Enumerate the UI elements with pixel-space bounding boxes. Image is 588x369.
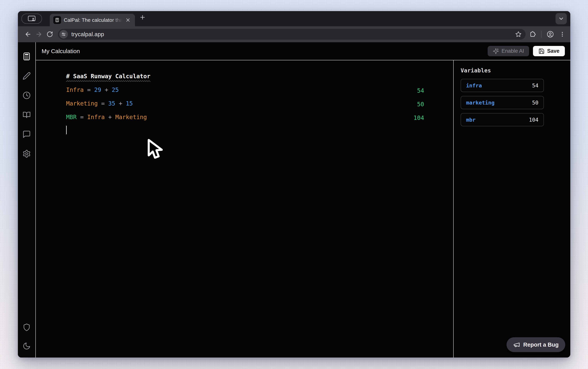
calculation-editor[interactable]: # SaaS Runway CalculatorInfra = 29 + 255… [36, 60, 454, 358]
variable-name: mbr [466, 117, 476, 123]
variable-value: 50 [532, 100, 539, 106]
sidebar-item-feedback-chat[interactable] [21, 129, 32, 140]
token-op: = [77, 114, 87, 121]
token-op: = [98, 100, 108, 107]
extensions-puzzle-icon[interactable] [529, 31, 536, 38]
variable-value: 54 [532, 82, 539, 89]
profile-chip-button[interactable] [21, 14, 42, 24]
variable-card[interactable]: mbr104 [461, 113, 544, 126]
token-op: + [101, 86, 112, 93]
sidebar-item-calculator[interactable] [21, 51, 32, 62]
sidebar-item-dark-mode-moon[interactable] [21, 340, 32, 352]
token-op: + [105, 114, 115, 121]
tab-list-button[interactable] [556, 13, 567, 24]
browser-tab-active[interactable]: CalPal: The calculator that sp [50, 14, 135, 26]
url-bar[interactable]: trycalpal.app [58, 29, 526, 40]
token-num: 15 [126, 100, 133, 107]
editor-line[interactable]: Infra = 29 + 2554 [66, 83, 424, 97]
browser-window: CalPal: The calculator that sp [18, 11, 570, 358]
app-header: My Calculation Enable AI [36, 42, 570, 60]
tab-strip: CalPal: The calculator that sp [18, 11, 570, 26]
bookmark-star-icon[interactable] [515, 31, 522, 38]
sidebar-item-privacy-shield[interactable] [21, 322, 32, 333]
sparkles-icon [493, 48, 499, 54]
back-button[interactable] [23, 29, 33, 40]
token-name: Marketing [115, 114, 147, 121]
editor-line[interactable] [66, 124, 424, 137]
new-tab-button[interactable] [139, 14, 146, 21]
text-caret [66, 126, 67, 134]
line-result: 54 [417, 85, 424, 94]
sidebar-item-settings-gear[interactable] [21, 148, 32, 159]
editor-code: Marketing = 35 + 15 [66, 100, 417, 107]
variable-value: 104 [529, 117, 539, 123]
site-settings-tune-icon[interactable] [59, 30, 68, 39]
token-def: MBR [66, 114, 77, 121]
variable-card[interactable]: infra54 [461, 79, 544, 92]
token-comment: # SaaS Runway Calculator [66, 73, 150, 80]
calculator-favicon-icon [53, 16, 61, 24]
token-op: + [115, 100, 126, 107]
variable-name: marketing [466, 100, 494, 106]
editor-code [66, 126, 424, 136]
enable-ai-label: Enable AI [501, 48, 524, 54]
enable-ai-button[interactable]: Enable AI [488, 46, 529, 56]
report-bug-button[interactable]: Report a Bug [507, 337, 565, 352]
sidebar-item-docs-book[interactable] [21, 109, 32, 121]
token-op: = [84, 86, 94, 93]
report-bug-label: Report a Bug [523, 342, 559, 348]
sidebar-item-edit-pencil[interactable] [21, 70, 32, 82]
variable-card[interactable]: marketing50 [461, 96, 544, 109]
sidebar-item-history-clock[interactable] [21, 90, 32, 101]
token-name: Infra [87, 114, 105, 121]
editor-line[interactable]: MBR = Infra + Marketing104 [66, 110, 424, 124]
save-floppy-icon [539, 48, 545, 54]
kebab-menu-icon[interactable] [559, 31, 566, 38]
token-name: Marketing [66, 100, 98, 107]
token-num: 29 [94, 86, 101, 93]
mouse-cursor-pointer [144, 138, 164, 164]
editor-line[interactable]: Marketing = 35 + 1550 [66, 97, 424, 110]
variables-panel: Variables infra54marketing50mbr104 Repor… [454, 60, 570, 358]
line-result: 50 [417, 99, 424, 108]
screen-user-icon [28, 15, 36, 22]
url-text[interactable]: trycalpal.app [71, 31, 512, 38]
variable-name: infra [466, 82, 482, 89]
line-result: 104 [414, 113, 424, 121]
save-button[interactable]: Save [533, 46, 565, 56]
token-name: Infra [66, 86, 84, 93]
save-label: Save [547, 48, 559, 54]
profile-icon[interactable] [547, 31, 554, 38]
toolbar-divider [541, 31, 541, 38]
variables-title: Variables [461, 67, 570, 74]
editor-code: MBR = Infra + Marketing [66, 114, 414, 121]
editor-line[interactable]: # SaaS Runway Calculator [66, 69, 424, 83]
tab-title-fade [111, 17, 122, 23]
token-num: 35 [108, 100, 115, 107]
app-sidebar [18, 42, 36, 358]
editor-code: Infra = 29 + 25 [66, 86, 417, 93]
tab-close-icon[interactable] [125, 17, 131, 23]
forward-button[interactable] [33, 29, 44, 40]
page-title: My Calculation [42, 48, 80, 54]
token-num: 25 [112, 86, 119, 93]
editor-code: # SaaS Runway Calculator [66, 73, 424, 80]
browser-toolbar: trycalpal.app [18, 26, 570, 42]
reload-button[interactable] [44, 29, 55, 40]
megaphone-icon [513, 341, 520, 348]
app-root: My Calculation Enable AI [18, 42, 570, 358]
